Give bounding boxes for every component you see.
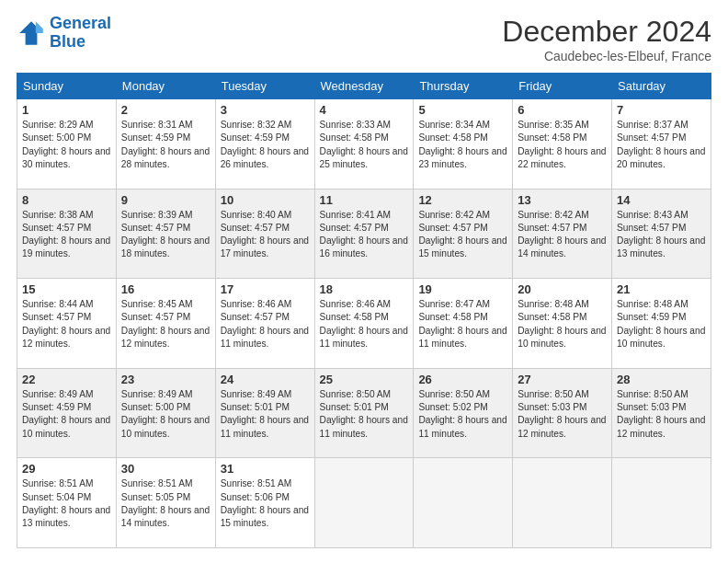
sunrise: Sunrise: 8:48 AM (617, 299, 688, 309)
daylight: Daylight: 8 hours and 26 minutes. (221, 146, 309, 169)
day-number: 25 (320, 373, 409, 386)
calendar-day-cell: 13 Sunrise: 8:42 AM Sunset: 4:57 PM Dayl… (513, 189, 612, 279)
daylight: Daylight: 8 hours and 20 minutes. (617, 146, 705, 169)
month-title: December 2024 (502, 15, 711, 49)
logo-line2: Blue (50, 32, 85, 51)
day-number: 13 (518, 193, 607, 207)
day-number: 30 (121, 462, 210, 476)
sunset: Sunset: 4:59 PM (617, 312, 686, 322)
day-number: 29 (22, 462, 111, 476)
sunset: Sunset: 5:02 PM (418, 402, 487, 412)
calendar-day-cell: 27 Sunrise: 8:50 AM Sunset: 5:03 PM Dayl… (513, 368, 612, 458)
sunrise: Sunrise: 8:49 AM (22, 389, 94, 399)
calendar-day-cell: 18 Sunrise: 8:46 AM Sunset: 4:58 PM Dayl… (314, 279, 414, 369)
calendar-day-cell: 21 Sunrise: 8:48 AM Sunset: 4:59 PM Dayl… (612, 279, 711, 369)
day-info: Sunrise: 8:37 AM Sunset: 4:57 PM Dayligh… (617, 119, 706, 171)
day-number: 15 (22, 282, 111, 296)
col-saturday: Saturday (612, 74, 711, 99)
sunset: Sunset: 4:57 PM (121, 312, 190, 322)
calendar-day-cell: 23 Sunrise: 8:49 AM Sunset: 5:00 PM Dayl… (116, 368, 215, 458)
sunset: Sunset: 4:58 PM (518, 312, 586, 322)
day-info: Sunrise: 8:40 AM Sunset: 4:57 PM Dayligh… (221, 209, 310, 261)
day-info: Sunrise: 8:46 AM Sunset: 4:57 PM Dayligh… (221, 298, 310, 350)
day-number: 5 (418, 103, 507, 117)
calendar-day-cell (314, 458, 414, 548)
daylight: Daylight: 8 hours and 14 minutes. (518, 236, 606, 259)
day-info: Sunrise: 8:46 AM Sunset: 4:58 PM Dayligh… (320, 298, 409, 350)
calendar-day-cell: 16 Sunrise: 8:45 AM Sunset: 4:57 PM Dayl… (116, 279, 215, 369)
calendar-day-cell: 15 Sunrise: 8:44 AM Sunset: 4:57 PM Dayl… (17, 279, 117, 369)
sunrise: Sunrise: 8:33 AM (320, 120, 392, 130)
day-info: Sunrise: 8:50 AM Sunset: 5:01 PM Dayligh… (320, 388, 409, 441)
day-number: 22 (22, 373, 111, 386)
calendar-day-cell: 10 Sunrise: 8:40 AM Sunset: 4:57 PM Dayl… (215, 189, 314, 279)
day-info: Sunrise: 8:48 AM Sunset: 4:58 PM Dayligh… (518, 298, 607, 350)
daylight: Daylight: 8 hours and 11 minutes. (221, 415, 309, 438)
day-number: 28 (617, 373, 706, 386)
sunset: Sunset: 4:57 PM (22, 223, 91, 233)
daylight: Daylight: 8 hours and 10 minutes. (617, 326, 705, 349)
day-info: Sunrise: 8:35 AM Sunset: 4:58 PM Dayligh… (518, 119, 607, 171)
sunrise: Sunrise: 8:48 AM (518, 299, 589, 309)
calendar-day-cell: 25 Sunrise: 8:50 AM Sunset: 5:01 PM Dayl… (314, 368, 414, 458)
daylight: Daylight: 8 hours and 10 minutes. (121, 415, 210, 438)
calendar-week-row: 29 Sunrise: 8:51 AM Sunset: 5:04 PM Dayl… (17, 458, 711, 548)
calendar-day-cell: 24 Sunrise: 8:49 AM Sunset: 5:01 PM Dayl… (215, 368, 314, 458)
sunrise: Sunrise: 8:32 AM (221, 120, 292, 130)
col-tuesday: Tuesday (215, 74, 314, 99)
day-info: Sunrise: 8:50 AM Sunset: 5:02 PM Dayligh… (418, 388, 507, 441)
daylight: Daylight: 8 hours and 12 minutes. (22, 326, 110, 349)
sunset: Sunset: 4:58 PM (518, 132, 586, 143)
sunrise: Sunrise: 8:37 AM (617, 120, 688, 130)
calendar-day-cell: 3 Sunrise: 8:32 AM Sunset: 4:59 PM Dayli… (215, 99, 314, 190)
sunrise: Sunrise: 8:42 AM (518, 210, 589, 220)
day-number: 7 (617, 103, 706, 117)
sunset: Sunset: 4:57 PM (221, 312, 290, 322)
calendar-header-row: Sunday Monday Tuesday Wednesday Thursday… (17, 74, 711, 99)
sunrise: Sunrise: 8:50 AM (518, 389, 589, 399)
daylight: Daylight: 8 hours and 30 minutes. (22, 146, 110, 169)
day-number: 17 (221, 282, 310, 296)
day-info: Sunrise: 8:51 AM Sunset: 5:04 PM Dayligh… (22, 477, 111, 530)
sunset: Sunset: 4:58 PM (418, 312, 487, 322)
calendar-week-row: 1 Sunrise: 8:29 AM Sunset: 5:00 PM Dayli… (17, 99, 711, 190)
day-number: 8 (22, 193, 111, 207)
day-info: Sunrise: 8:50 AM Sunset: 5:03 PM Dayligh… (617, 388, 706, 441)
day-info: Sunrise: 8:49 AM Sunset: 4:59 PM Dayligh… (22, 388, 111, 441)
calendar-week-row: 22 Sunrise: 8:49 AM Sunset: 4:59 PM Dayl… (17, 368, 711, 458)
day-info: Sunrise: 8:45 AM Sunset: 4:57 PM Dayligh… (121, 298, 210, 350)
day-info: Sunrise: 8:38 AM Sunset: 4:57 PM Dayligh… (22, 209, 111, 261)
calendar-day-cell: 9 Sunrise: 8:39 AM Sunset: 4:57 PM Dayli… (116, 189, 215, 279)
logo: General Blue (17, 15, 111, 52)
daylight: Daylight: 8 hours and 23 minutes. (418, 146, 506, 169)
sunrise: Sunrise: 8:31 AM (121, 120, 193, 130)
daylight: Daylight: 8 hours and 17 minutes. (221, 236, 309, 259)
daylight: Daylight: 8 hours and 13 minutes. (22, 505, 110, 528)
day-number: 20 (518, 282, 607, 296)
day-number: 26 (418, 373, 507, 386)
title-block: December 2024 Caudebec-les-Elbeuf, Franc… (502, 15, 711, 63)
col-friday: Friday (513, 74, 612, 99)
daylight: Daylight: 8 hours and 16 minutes. (320, 236, 408, 259)
sunrise: Sunrise: 8:41 AM (320, 210, 392, 220)
logo-line1: General (50, 14, 111, 32)
day-number: 9 (121, 193, 210, 207)
calendar-week-row: 8 Sunrise: 8:38 AM Sunset: 4:57 PM Dayli… (17, 189, 711, 279)
day-number: 6 (518, 103, 607, 117)
calendar-day-cell: 2 Sunrise: 8:31 AM Sunset: 4:59 PM Dayli… (116, 99, 215, 190)
sunrise: Sunrise: 8:29 AM (22, 120, 94, 130)
day-info: Sunrise: 8:51 AM Sunset: 5:06 PM Dayligh… (221, 477, 310, 530)
location: Caudebec-les-Elbeuf, France (502, 49, 711, 63)
sunrise: Sunrise: 8:50 AM (418, 389, 490, 399)
page: General Blue December 2024 Caudebec-les-… (0, 0, 728, 563)
sunset: Sunset: 5:01 PM (320, 402, 389, 412)
sunrise: Sunrise: 8:49 AM (221, 389, 292, 399)
calendar-day-cell: 26 Sunrise: 8:50 AM Sunset: 5:02 PM Dayl… (414, 368, 513, 458)
day-info: Sunrise: 8:43 AM Sunset: 4:57 PM Dayligh… (617, 209, 706, 261)
day-number: 19 (418, 282, 507, 296)
sunset: Sunset: 4:57 PM (518, 223, 586, 233)
sunset: Sunset: 5:04 PM (22, 492, 91, 502)
day-info: Sunrise: 8:50 AM Sunset: 5:03 PM Dayligh… (518, 388, 607, 441)
daylight: Daylight: 8 hours and 11 minutes. (320, 326, 408, 349)
day-number: 1 (22, 103, 111, 117)
